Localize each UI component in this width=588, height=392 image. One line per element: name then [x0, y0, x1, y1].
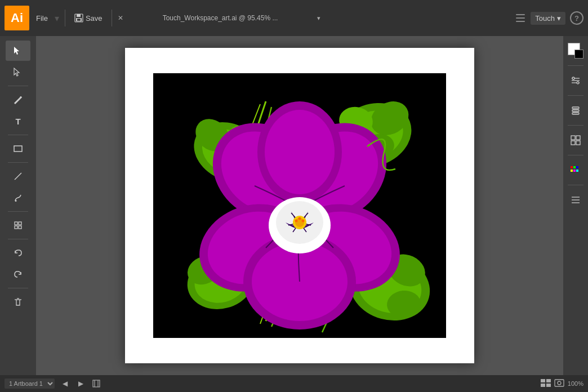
- select-icon: [13, 46, 23, 56]
- layers-button[interactable]: [565, 100, 586, 121]
- svg-rect-82: [571, 170, 573, 172]
- svg-rect-78: [576, 141, 580, 145]
- artwork-svg: [153, 73, 446, 338]
- svg-line-11: [15, 173, 21, 180]
- artwork-container: [153, 73, 446, 338]
- svg-rect-92: [546, 379, 551, 382]
- next-artboard-button[interactable]: ▶: [75, 378, 86, 389]
- rectangle-icon: [13, 144, 23, 154]
- tool-direct-select[interactable]: [6, 62, 30, 82]
- tool-select[interactable]: [6, 41, 30, 61]
- svg-point-66: [299, 217, 301, 220]
- swatches-button[interactable]: [565, 160, 586, 180]
- main-area: T: [0, 36, 588, 375]
- svg-rect-91: [541, 379, 545, 382]
- svg-rect-73: [572, 110, 579, 112]
- navigate-icon: [554, 379, 564, 387]
- tool-transform[interactable]: [6, 215, 30, 235]
- right-panel: [563, 36, 588, 375]
- right-sep-4: [568, 155, 583, 155]
- type-icon: T: [15, 117, 20, 126]
- svg-rect-93: [541, 384, 545, 387]
- transform-icon: [13, 220, 23, 230]
- tool-sep-4: [8, 211, 28, 212]
- color-swatch[interactable]: [568, 43, 583, 59]
- undo-icon: [13, 248, 23, 258]
- svg-rect-84: [576, 170, 578, 172]
- svg-rect-16: [19, 226, 21, 229]
- artboard-selector[interactable]: 1 Artboard 1: [5, 378, 55, 389]
- svg-rect-88: [93, 380, 100, 387]
- svg-rect-76: [576, 136, 580, 140]
- canvas-area[interactable]: [36, 36, 563, 375]
- svg-rect-1: [77, 14, 81, 17]
- svg-point-96: [558, 381, 561, 385]
- file-menu[interactable]: File: [33, 12, 51, 25]
- help-button[interactable]: ?: [570, 11, 583, 25]
- tool-pen[interactable]: [6, 90, 30, 110]
- svg-point-47: [265, 110, 335, 194]
- align-button[interactable]: [565, 190, 586, 210]
- topbar-divider2: [112, 10, 112, 26]
- navigate-button[interactable]: [554, 379, 564, 389]
- line-icon: [13, 171, 23, 181]
- background-color[interactable]: [574, 50, 583, 59]
- delete-button[interactable]: [6, 292, 30, 312]
- grid-view-button[interactable]: [541, 379, 551, 389]
- svg-rect-79: [571, 166, 573, 168]
- svg-rect-15: [15, 226, 17, 229]
- transform-panel-icon: [570, 135, 581, 146]
- svg-rect-75: [571, 136, 575, 140]
- svg-point-12: [15, 200, 17, 202]
- zoom-button[interactable]: 100%: [568, 380, 583, 387]
- right-sep-5: [568, 185, 583, 185]
- svg-marker-7: [14, 47, 19, 55]
- bottombar: 1 Artboard 1 ◀ ▶ 100%: [0, 375, 588, 392]
- tool-sep-2: [8, 135, 28, 135]
- svg-rect-3: [77, 19, 81, 21]
- align-icon: [570, 194, 581, 206]
- transform-panel-button[interactable]: [565, 130, 586, 150]
- svg-point-65: [302, 220, 305, 222]
- artboard: [125, 48, 474, 363]
- tool-sep-6: [8, 288, 28, 288]
- tool-rectangle[interactable]: [6, 139, 30, 159]
- tool-brush[interactable]: [6, 188, 30, 208]
- svg-rect-5: [516, 17, 525, 19]
- ai-logo: Ai: [5, 6, 29, 30]
- svg-rect-81: [576, 166, 578, 168]
- pen-icon: [13, 95, 23, 105]
- tool-type[interactable]: T: [6, 111, 30, 131]
- topbar-divider: [65, 10, 65, 26]
- left-toolbar: T: [0, 36, 36, 375]
- undo-button[interactable]: [6, 243, 30, 263]
- prev-artboard-button[interactable]: ◀: [59, 378, 70, 389]
- delete-icon: [13, 297, 23, 307]
- properties-button[interactable]: [565, 70, 586, 91]
- file-dropdown-icon[interactable]: ▾: [317, 15, 320, 22]
- workspace-dropdown-icon: ▾: [557, 14, 561, 23]
- svg-point-71: [577, 82, 579, 84]
- properties-icon: [570, 75, 581, 86]
- svg-rect-83: [573, 170, 576, 172]
- artboard-options-button[interactable]: [91, 378, 102, 389]
- tool-sep-1: [8, 86, 28, 86]
- right-sep-3: [568, 125, 583, 126]
- workspace-selector[interactable]: Touch ▾: [531, 12, 565, 25]
- svg-rect-77: [571, 141, 575, 145]
- workspace-icon: [515, 12, 526, 24]
- redo-button[interactable]: [6, 264, 30, 284]
- svg-point-70: [572, 77, 574, 79]
- topbar: Ai File ▾ Save ✕ Touch_Workspace_art.ai …: [0, 0, 588, 36]
- close-tab-icon[interactable]: ✕: [118, 14, 123, 22]
- svg-rect-95: [555, 380, 564, 386]
- svg-rect-94: [546, 384, 551, 387]
- save-button[interactable]: Save: [71, 11, 106, 25]
- swatches-icon: [570, 166, 581, 175]
- redo-icon: [13, 269, 23, 279]
- svg-rect-6: [516, 21, 525, 22]
- workspace-label: Touch: [535, 14, 555, 23]
- svg-point-9: [20, 96, 22, 98]
- tool-line[interactable]: [6, 166, 30, 186]
- save-icon: [74, 14, 83, 23]
